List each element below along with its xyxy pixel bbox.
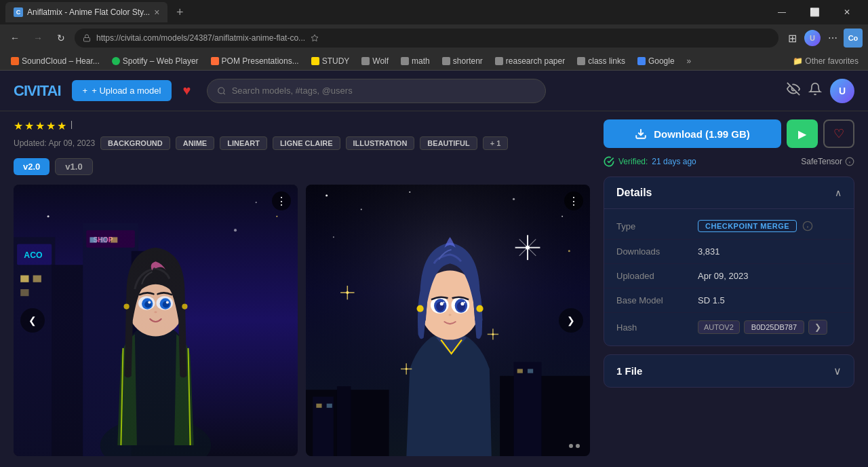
anime-image-2: [306, 185, 590, 456]
version-tab-v2[interactable]: v2.0: [14, 158, 50, 175]
play-button[interactable]: ▶: [787, 119, 818, 148]
svg-point-80: [417, 305, 424, 312]
svg-marker-1: [311, 35, 318, 41]
back-button[interactable]: ←: [5, 29, 24, 48]
svg-point-84: [406, 368, 408, 370]
tag-more[interactable]: + 1: [483, 136, 509, 150]
version-tabs: v2.0 v1.0: [14, 158, 590, 175]
detail-row-type: Type CHECKPOINT MERGE: [604, 213, 854, 240]
copilot-button[interactable]: Co: [844, 29, 863, 48]
heart-icon: ♡: [833, 126, 844, 141]
uploaded-label: Uploaded: [616, 271, 698, 281]
version-tab-v1[interactable]: v1.0: [55, 158, 92, 175]
hash-copy-button[interactable]: ❯: [808, 320, 827, 335]
bookmark-pom[interactable]: POM Presentations...: [205, 55, 304, 67]
tag-background[interactable]: BACKGROUND: [100, 136, 170, 150]
gallery-item-1: ACO SHOP: [14, 185, 298, 456]
notifications-bell-icon[interactable]: [808, 82, 822, 99]
svg-point-49: [568, 250, 570, 252]
active-tab[interactable]: C Aniflatmix - Anime Flat Color Sty... ×: [5, 2, 167, 22]
svg-rect-36: [14, 185, 298, 456]
tag-illustration[interactable]: ILLUSTRATION: [346, 136, 415, 150]
window-controls: — ⬜ ✕: [766, 0, 863, 24]
upload-model-button[interactable]: + + Upload a model: [72, 80, 172, 101]
bookmark-math[interactable]: math: [395, 55, 435, 67]
svg-point-48: [333, 236, 334, 238]
more-options-button[interactable]: ⋯: [823, 29, 842, 48]
minimize-button[interactable]: —: [766, 0, 797, 24]
tab-title: Aniflatmix - Anime Flat Color Sty...: [27, 7, 150, 17]
indicator-dot: [576, 444, 580, 448]
tag-anime[interactable]: ANIME: [176, 136, 214, 150]
site-logo[interactable]: CIVITAI: [14, 82, 61, 100]
hash-value-group: AUTOV2 B0D25DB787 ❯: [698, 320, 827, 335]
svg-rect-62: [337, 386, 351, 456]
profile-button[interactable]: U: [803, 29, 822, 48]
tag-ligne-claire[interactable]: LIGNE CLAIRE: [273, 136, 340, 150]
type-info-icon[interactable]: [802, 221, 813, 231]
star-1: ★: [14, 119, 23, 132]
info-icon[interactable]: [845, 157, 854, 166]
bookmark-google[interactable]: Google: [632, 55, 680, 67]
close-button[interactable]: ✕: [831, 0, 863, 24]
svg-line-3: [224, 92, 225, 94]
svg-point-77: [443, 301, 444, 303]
right-panel: Download (1.99 GB) ▶ ♡ Verified: 21 days…: [604, 111, 868, 464]
svg-point-38: [256, 202, 257, 203]
maximize-button[interactable]: ⬜: [799, 0, 830, 24]
tag-lineart[interactable]: LINEART: [220, 136, 267, 150]
class-folder-icon: [577, 57, 585, 65]
new-tab-button[interactable]: +: [170, 3, 189, 22]
hash-value-text: B0D25DB787: [744, 320, 804, 334]
other-favorites-button[interactable]: 📁 Other favorites: [789, 55, 863, 67]
refresh-button[interactable]: ↻: [52, 29, 71, 48]
download-button[interactable]: Download (1.99 GB): [604, 119, 781, 148]
bookmark-class-links[interactable]: class links: [572, 55, 631, 67]
files-collapse-button[interactable]: ∨: [833, 365, 842, 377]
gallery-menu-1[interactable]: ⋮: [272, 191, 291, 210]
show-more-bookmarks[interactable]: »: [682, 55, 697, 67]
save-favorite-button[interactable]: ♡: [823, 119, 854, 148]
eye-slash-icon[interactable]: [787, 82, 800, 99]
tab-close-button[interactable]: ×: [154, 7, 159, 18]
download-label: Download (1.99 GB): [654, 128, 750, 140]
favorites-button[interactable]: ♥: [182, 83, 191, 98]
bookmark-soundcloud[interactable]: SoundCloud – Hear...: [5, 55, 105, 67]
gallery-prev-button[interactable]: ❮: [20, 308, 45, 333]
bookmark-spotify[interactable]: Spotify – Web Player: [106, 55, 204, 67]
user-avatar[interactable]: U: [830, 79, 854, 103]
hash-label: Hash: [616, 322, 698, 333]
details-collapse-button[interactable]: ∧: [835, 187, 842, 198]
bookmark-shortenr[interactable]: shortenr: [437, 55, 488, 67]
svg-point-54: [526, 246, 530, 250]
chevron-right-icon: ❯: [567, 315, 575, 326]
files-section: 1 File ∨: [604, 354, 854, 388]
forward-button[interactable]: →: [28, 29, 47, 48]
extensions-button[interactable]: ⊞: [783, 29, 802, 48]
svg-point-2: [218, 87, 224, 93]
svg-point-46: [513, 198, 515, 200]
math-folder-icon: [401, 57, 409, 65]
image-gallery: ACO SHOP: [14, 185, 590, 456]
updated-text: Updated: Apr 09, 2023: [14, 138, 95, 148]
indicator-dot: [569, 444, 573, 448]
gallery-next-button[interactable]: ❯: [559, 308, 583, 333]
bookmark-research[interactable]: reasearch paper: [490, 55, 570, 67]
safe-tensor-label: SafeTensor: [801, 157, 854, 166]
verified-date-link[interactable]: 21 days ago: [652, 157, 696, 166]
details-header: Details ∧: [604, 177, 854, 209]
bookmark-wolf[interactable]: Wolf: [356, 55, 394, 67]
check-circle-icon: [604, 156, 614, 167]
star-icon[interactable]: [311, 34, 319, 42]
tag-beautiful[interactable]: BEAUTIFUL: [420, 136, 477, 150]
address-bar[interactable]: https://civitai.com/models/24387/aniflat…: [75, 29, 778, 48]
gallery-menu-2[interactable]: ⋮: [564, 191, 583, 210]
star-2: ★: [24, 119, 34, 132]
search-bar[interactable]: [207, 79, 546, 103]
soundcloud-icon: [11, 57, 19, 65]
bookmark-study[interactable]: STUDY: [306, 55, 355, 67]
search-input[interactable]: [232, 86, 536, 96]
svg-point-75: [440, 302, 443, 305]
base-model-label: Base Model: [616, 295, 698, 305]
checkpoint-merge-tag[interactable]: CHECKPOINT MERGE: [698, 220, 797, 232]
